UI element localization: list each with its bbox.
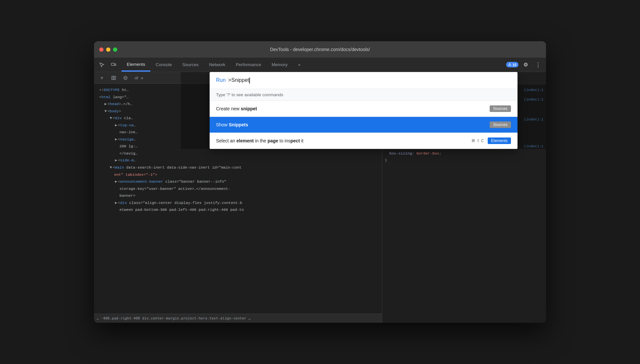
minimize-button[interactable]: [106, 47, 110, 52]
screenshot-button[interactable]: [108, 73, 119, 83]
settings-button[interactable]: ⚙: [520, 60, 531, 70]
command-item-text: Show Snippets: [216, 122, 486, 127]
more-right-label: »: [141, 75, 143, 81]
toolbar-tabs: Elements Console Sources Network Perform…: [122, 58, 306, 72]
command-shortcut: ⌘ ⇧ C: [471, 138, 484, 143]
dom-line: ▶<announcement-banner class="banner bann…: [94, 178, 382, 185]
issues-icon: ⚠: [508, 63, 511, 67]
command-item-select-element[interactable]: Select an element in the page to inspect…: [210, 133, 518, 149]
run-label: Run: [216, 77, 226, 83]
command-item-text: Select an element in the page to inspect…: [216, 138, 469, 143]
devtools-toolbar: Elements Console Sources Network Perform…: [94, 58, 546, 72]
command-palette: Run >Snippet Type '?' to see available c…: [210, 72, 518, 149]
text-cursor: [249, 78, 250, 83]
inspect-element-button[interactable]: [97, 60, 107, 70]
tab-memory[interactable]: Memory: [266, 58, 293, 72]
issues-badge[interactable]: ⚠ 15: [506, 62, 518, 67]
close-button[interactable]: [99, 47, 104, 52]
devtools-window: DevTools - developer.chrome.com/docs/dev…: [94, 41, 546, 323]
svg-rect-0: [111, 63, 114, 65]
dom-line: ▼<main data-search-inert data-side-nav-i…: [94, 164, 382, 171]
toolbar-right: ⚠ 15 ⚙ ⋮: [506, 60, 543, 70]
tab-performance[interactable]: Performance: [231, 58, 266, 72]
tab-network[interactable]: Network: [204, 58, 231, 72]
toolbar-icons: [97, 60, 119, 70]
svg-point-3: [113, 77, 115, 79]
command-source-badge-elements: Elements: [488, 137, 511, 144]
tab-elements[interactable]: Elements: [122, 58, 150, 72]
command-item-create-snippet[interactable]: Create new snippet Sources: [210, 101, 518, 117]
command-palette-overlay: Run >Snippet Type '?' to see available c…: [181, 72, 546, 149]
title-bar: DevTools - developer.chrome.com/docs/dev…: [94, 41, 546, 58]
devtools-content: + ut » <!DOCTYPE h: [94, 72, 546, 323]
window-title: DevTools - developer.chrome.com/docs/dev…: [270, 47, 370, 52]
svg-rect-1: [115, 64, 116, 65]
dom-line: ▶<div class="align-center display-flex j…: [94, 199, 382, 207]
command-input[interactable]: >Snippet: [228, 77, 511, 83]
device-toolbar-button[interactable]: [108, 60, 119, 70]
right-panel-label: ut: [135, 75, 138, 80]
breadcrumb: … ·400.pad-right-400 div.center-margin.p…: [94, 314, 382, 323]
more-options-button[interactable]: ⋮: [533, 60, 543, 70]
command-input-row[interactable]: Run >Snippet: [210, 72, 518, 89]
tab-more[interactable]: »: [293, 58, 306, 72]
dom-line: etween pad-bottom-300 pad-left-400 pad-r…: [94, 206, 382, 213]
add-attribute-button[interactable]: +: [97, 73, 107, 83]
command-hint: Type '?' to see available commands: [210, 89, 518, 101]
tab-console[interactable]: Console: [150, 58, 177, 72]
break-on-button[interactable]: [120, 73, 131, 83]
maximize-button[interactable]: [113, 47, 117, 52]
traffic-lights: [99, 47, 117, 52]
command-source-badge: Sources: [490, 105, 511, 112]
tab-sources[interactable]: Sources: [177, 58, 204, 72]
dom-line: storage-key="user-banner" active>…</anno…: [94, 185, 382, 192]
svg-rect-2: [112, 76, 116, 80]
dom-line: ent" tabindex="-1">: [94, 171, 382, 178]
dom-line: ▶<side-m…: [94, 157, 382, 164]
command-source-badge: Sources: [490, 121, 511, 128]
dom-line: banner>: [94, 192, 382, 199]
dom-line: </navig…: [94, 150, 382, 157]
command-item-show-snippets[interactable]: Show Snippets Sources: [210, 117, 518, 133]
command-item-text: Create new snippet: [216, 106, 486, 111]
